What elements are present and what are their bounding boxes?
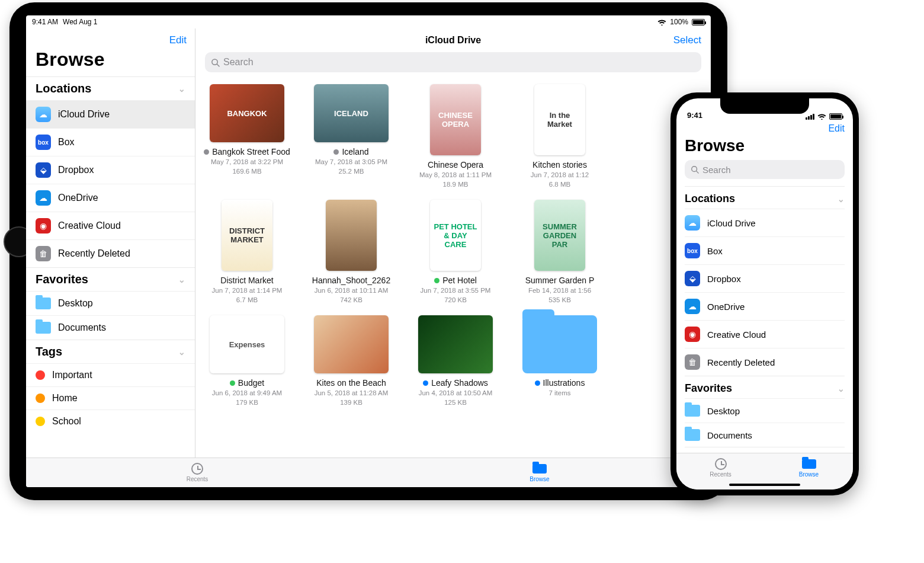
folder-icon	[685, 405, 700, 417]
sidebar-item-label: School	[52, 416, 81, 427]
tab-browse[interactable]: Browse	[765, 453, 853, 482]
file-thumbnail: DISTRICT MARKET	[222, 200, 272, 271]
file-name: Pet Hotel	[411, 276, 500, 285]
ipad-status-bar: 9:41 AM Wed Aug 1 100%	[26, 15, 711, 28]
file-tile[interactable]: Illustrations 7 items	[515, 315, 604, 407]
sidebar-item-label: Box	[58, 137, 75, 148]
search-input[interactable]: Search	[205, 52, 701, 72]
sidebar-item-creative-cloud[interactable]: ◉ Creative Cloud	[26, 212, 195, 239]
svg-line-1	[217, 64, 219, 66]
section-locations[interactable]: Locations ⌄	[685, 186, 845, 209]
sidebar-item-icloud-drive[interactable]: ☁︎ iCloud Drive	[26, 100, 195, 128]
locations-list: ☁︎ iCloud Drive box Box ⬙ Dropbox ☁ OneD…	[26, 100, 195, 267]
sidebar-item-label: Desktop	[58, 298, 93, 309]
section-locations[interactable]: Locations ⌄	[26, 76, 195, 100]
section-tags[interactable]: Tags ⌄	[26, 340, 195, 363]
file-meta: Jun 6, 2018 at 10:11 AM742 KB	[307, 286, 396, 305]
box-icon: box	[685, 243, 700, 258]
cloud-icon: ☁︎	[36, 107, 51, 122]
iphone-title: Browse	[685, 136, 845, 160]
sidebar-item-dropbox[interactable]: ⬙Dropbox	[685, 264, 845, 292]
file-tile[interactable]: Leafy Shadows Jun 4, 2018 at 10:50 AM125…	[411, 315, 500, 407]
favorite-documents[interactable]: Documents	[26, 315, 195, 340]
sidebar-item-label: Creative Cloud	[58, 220, 121, 231]
tab-recents[interactable]: Recents	[676, 453, 765, 482]
chevron-down-icon: ⌄	[838, 194, 845, 204]
file-tile[interactable]: Expenses Budget Jun 6, 2018 at 9:49 AM17…	[203, 315, 291, 407]
folder-icon	[802, 458, 816, 470]
sidebar-item-label: Home	[52, 393, 78, 404]
section-favorites-label: Favorites	[685, 382, 732, 395]
sidebar-item-recently-deleted[interactable]: 🗑Recently Deleted	[685, 348, 845, 376]
select-button[interactable]: Select	[673, 34, 701, 46]
cellular-icon	[806, 114, 814, 120]
wifi-icon	[817, 113, 826, 120]
folder-icon	[36, 322, 51, 334]
favorite-documents[interactable]: Documents	[685, 423, 845, 447]
notch	[720, 98, 809, 114]
edit-button[interactable]: Edit	[169, 34, 187, 46]
file-meta: May 8, 2018 at 1:11 PM18.9 MB	[411, 171, 500, 189]
status-date: Wed Aug 1	[63, 18, 98, 26]
file-tile[interactable]: CHINESE OPERA Chinese Opera May 8, 2018 …	[411, 84, 500, 189]
file-tile[interactable]: SUMMER GARDEN PAR Summer Garden P Feb 14…	[515, 200, 604, 305]
chevron-down-icon: ⌄	[838, 384, 845, 394]
tag-item[interactable]: Important	[26, 363, 195, 386]
iphone-device: 9:41 Edit Browse Search Locations ⌄ ☁︎iC…	[670, 92, 859, 495]
file-tile[interactable]: DISTRICT MARKET District Market Jun 7, 2…	[203, 200, 291, 305]
tab-label: Recents	[187, 476, 208, 482]
file-meta: May 7, 2018 at 3:22 PM169.6 MB	[203, 158, 291, 176]
sidebar-item-onedrive[interactable]: ☁OneDrive	[685, 292, 845, 320]
tab-browse[interactable]: Browse	[368, 458, 711, 487]
file-thumbnail: In the Market	[534, 84, 585, 155]
onedrive-icon: ☁	[36, 190, 51, 206]
creative-cloud-icon: ◉	[36, 218, 51, 233]
section-tags[interactable]: Tags ⌄	[685, 447, 845, 453]
svg-line-3	[697, 171, 699, 174]
file-tile[interactable]: BANGKOK Bangkok Street Food May 7, 2018 …	[203, 84, 291, 189]
search-input[interactable]: Search	[685, 160, 845, 179]
section-favorites-label: Favorites	[36, 273, 88, 286]
sidebar-item-label: iCloud Drive	[707, 218, 756, 228]
section-favorites[interactable]: Favorites ⌄	[26, 267, 195, 291]
file-thumbnail: CHINESE OPERA	[430, 84, 481, 155]
ipad-device: 9:41 AM Wed Aug 1 100% Edit Browse Locat…	[9, 2, 727, 500]
file-meta: Jun 6, 2018 at 9:49 AM179 KB	[203, 389, 291, 407]
sidebar-item-label: iCloud Drive	[58, 109, 110, 120]
sidebar-item-recently-deleted[interactable]: 🗑 Recently Deleted	[26, 239, 195, 267]
file-tile[interactable]: Hannah_Shoot_2262 Jun 6, 2018 at 10:11 A…	[307, 200, 396, 305]
sidebar-item-box[interactable]: boxBox	[685, 236, 845, 264]
file-meta: Feb 14, 2018 at 1:56535 KB	[515, 286, 604, 305]
file-thumbnail	[314, 315, 389, 373]
home-indicator[interactable]	[729, 484, 800, 486]
status-dot-icon	[535, 380, 540, 386]
file-thumbnail: BANGKOK	[210, 84, 284, 142]
iphone-screen: 9:41 Edit Browse Search Locations ⌄ ☁︎iC…	[676, 98, 853, 490]
tag-item[interactable]: Home	[26, 386, 195, 410]
tag-item[interactable]: School	[26, 410, 195, 433]
file-tile[interactable]: ICELAND Iceland May 7, 2018 at 3:05 PM25…	[307, 84, 396, 189]
sidebar-item-dropbox[interactable]: ⬙ Dropbox	[26, 156, 195, 184]
sidebar-item-creative-cloud[interactable]: ◉Creative Cloud	[685, 320, 845, 348]
favorite-desktop[interactable]: Desktop	[685, 398, 845, 423]
sidebar-item-label: Documents	[58, 322, 106, 333]
file-name: Bangkok Street Food	[203, 147, 291, 156]
chevron-down-icon: ⌄	[178, 347, 185, 357]
sidebar-item-onedrive[interactable]: ☁ OneDrive	[26, 184, 195, 212]
dropbox-icon: ⬙	[685, 271, 700, 286]
edit-button[interactable]: Edit	[828, 123, 845, 134]
tab-recents[interactable]: Recents	[26, 458, 368, 487]
file-thumbnail: Expenses	[210, 315, 284, 373]
file-tile[interactable]: PET HOTEL & DAY CARE Pet Hotel Jun 7, 20…	[411, 200, 500, 305]
folder-icon	[685, 429, 700, 441]
section-favorites[interactable]: Favorites ⌄	[685, 376, 845, 398]
favorite-desktop[interactable]: Desktop	[26, 291, 195, 315]
section-tags-label: Tags	[36, 345, 62, 359]
battery-icon	[829, 113, 842, 120]
sidebar-item-icloud-drive[interactable]: ☁︎iCloud Drive	[685, 209, 845, 236]
file-tile[interactable]: In the Market Kitchen stories Jun 7, 201…	[515, 84, 604, 189]
file-meta: Jun 4, 2018 at 10:50 AM125 KB	[411, 389, 500, 407]
file-thumbnail: PET HOTEL & DAY CARE	[430, 200, 481, 271]
sidebar-item-box[interactable]: box Box	[26, 128, 195, 156]
file-tile[interactable]: Kites on the Beach Jun 5, 2018 at 11:28 …	[307, 315, 396, 407]
